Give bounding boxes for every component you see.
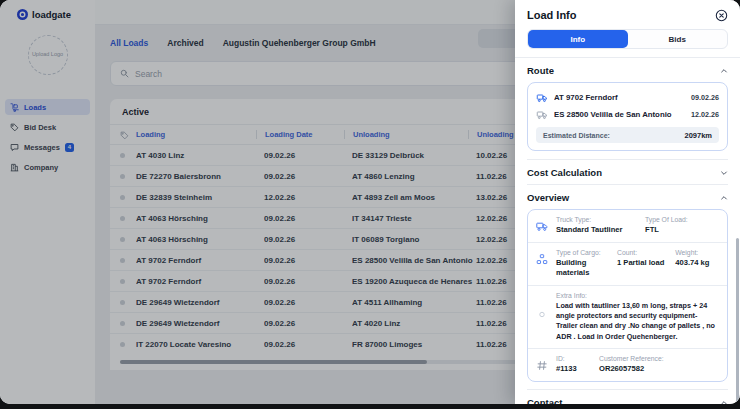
estimated-distance-label: Estimated Distance: — [543, 132, 610, 139]
route-section-header[interactable]: Route — [527, 58, 728, 82]
circle-icon — [536, 292, 549, 343]
chevron-up-icon — [720, 67, 728, 75]
type-of-load-label: Type Of Load: — [645, 216, 688, 223]
chevron-down-icon — [720, 169, 728, 177]
origin-date: 09.02.26 — [691, 93, 719, 102]
type-of-load-value: FTL — [645, 225, 688, 235]
weight-label: Weight: — [675, 249, 709, 256]
extra-info-text: Load with tautliner 13,60 m long, straps… — [556, 301, 719, 343]
extra-info-label: Extra Info: — [556, 292, 719, 299]
cargo-section: Type of Cargo: Building materials Count:… — [528, 242, 727, 285]
type-of-cargo-label: Type of Cargo: — [556, 249, 606, 256]
tab-bids[interactable]: Bids — [628, 30, 728, 48]
overview-card: Truck Type: Standard Tautliner Type Of L… — [527, 209, 728, 382]
panel-title: Load Info — [527, 9, 577, 21]
destination-date: 12.02.26 — [691, 110, 719, 119]
route-card: AT 9702 Ferndorf 09.02.26 ES 28500 Velil… — [527, 82, 728, 151]
truck-type-label: Truck Type: — [556, 216, 634, 223]
id-value: #1133 — [556, 364, 588, 374]
contact-title: Contact — [527, 397, 562, 404]
truck-icon — [536, 216, 549, 236]
tab-info[interactable]: Info — [528, 30, 628, 48]
customer-reference-value: OR26057582 — [599, 364, 664, 374]
route-title: Route — [527, 65, 554, 76]
hash-icon — [536, 355, 549, 375]
load-info-panel: Load Info Info Bids Route — [515, 0, 740, 404]
estimated-distance-value: 2097km — [684, 131, 712, 140]
panel-body: Route AT 9702 Ferndorf 09.02.26 — [515, 58, 740, 404]
origin-location: AT 9702 Ferndorf — [554, 93, 685, 102]
extra-info-section: Extra Info: Load with tautliner 13,60 m … — [528, 285, 727, 349]
cargo-boxes-icon — [536, 249, 549, 279]
truck-icon — [536, 110, 548, 120]
customer-reference-label: Customer Reference: — [599, 355, 664, 362]
estimated-distance: Estimated Distance: 2097km — [536, 127, 719, 143]
panel-tabs: Info Bids — [527, 29, 728, 49]
id-section: ID: #1133 Customer Reference: OR26057582 — [528, 348, 727, 381]
destination-location: ES 28500 Velilla de San Antonio — [554, 110, 685, 119]
contact-section-header[interactable]: Contact — [527, 389, 728, 404]
count-label: Count: — [617, 249, 664, 256]
type-of-cargo-value: Building materials — [556, 258, 606, 279]
app-window: loadgate Upload Logo Loads Bid Desk — [0, 0, 740, 404]
cost-calculation-title: Cost Calculation — [527, 167, 602, 178]
route-stop-origin: AT 9702 Ferndorf 09.02.26 — [536, 89, 719, 106]
cost-calculation-section-header[interactable]: Cost Calculation — [527, 159, 728, 184]
panel-scrollbar-thumb[interactable] — [736, 238, 739, 404]
id-label: ID: — [556, 355, 588, 362]
truck-icon — [536, 93, 548, 103]
overview-section-header[interactable]: Overview — [527, 184, 728, 209]
weight-value: 403.74 kg — [675, 258, 709, 268]
count-value: 1 Partial load — [617, 258, 664, 268]
overview-title: Overview — [527, 192, 569, 203]
chevron-up-icon — [720, 194, 728, 202]
truck-type-value: Standard Tautliner — [556, 225, 634, 235]
truck-type-section: Truck Type: Standard Tautliner Type Of L… — [528, 210, 727, 242]
close-icon[interactable] — [715, 8, 728, 21]
route-stop-destination: ES 28500 Velilla de San Antonio 12.02.26 — [536, 106, 719, 123]
chevron-up-icon — [720, 399, 728, 404]
